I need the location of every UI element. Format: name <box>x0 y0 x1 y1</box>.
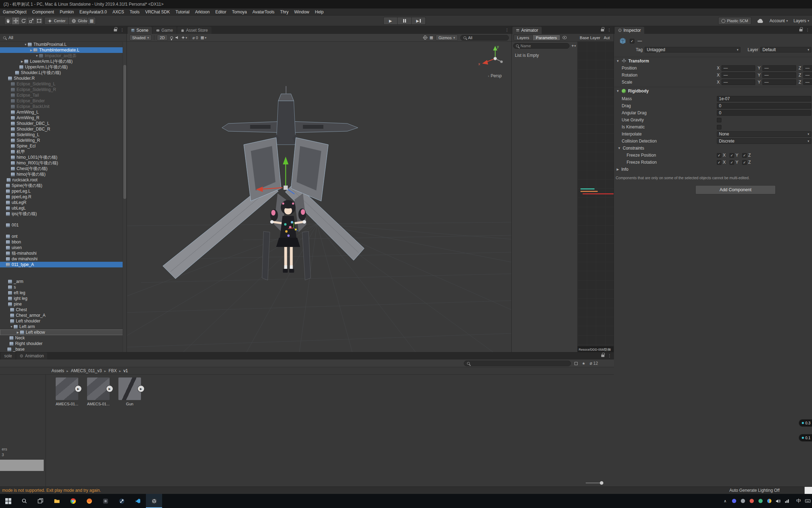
asset-item-amecs-01[interactable]: ▶AMECS-01... <box>54 377 80 406</box>
tag-dropdown[interactable]: Untagged▾ <box>645 47 740 53</box>
tab-asset-store[interactable]: Asset Store <box>177 27 211 34</box>
freeze-z-checkbox[interactable]: ✓ <box>742 153 747 158</box>
hierarchy-item-thumbproximal-l[interactable]: ▼ThumbProximal.L <box>0 42 127 47</box>
lock-icon[interactable] <box>601 355 604 357</box>
breadcrumb-assets[interactable]: Assets <box>51 368 64 373</box>
plastic-scm-button[interactable]: Plastic SCM <box>718 17 751 25</box>
lock-icon[interactable] <box>799 29 802 31</box>
hand-tool-button[interactable] <box>4 17 12 25</box>
hierarchy-item-rucksack-root[interactable]: rucksack.root <box>0 177 127 183</box>
axis-field-y[interactable]: — <box>762 79 796 85</box>
expander-icon[interactable]: ▼ <box>9 325 14 328</box>
hierarchy-item-spine-ecl[interactable]: Spine_Ecl <box>0 143 127 149</box>
property-checkbox[interactable] <box>717 118 721 122</box>
hierarchy-item-thumbintermediate-l[interactable]: ▶ThumbIntermediate.L <box>0 47 127 53</box>
hierarchy-item-left-shoulder[interactable]: Left shoulder <box>0 318 127 324</box>
foldout-open-icon[interactable]: ▼ <box>616 89 620 93</box>
taskbar-start-button[interactable] <box>0 494 16 508</box>
hierarchy-item-minahoshi[interactable]: 猫-minahoshi <box>0 250 127 256</box>
step-button[interactable]: ▶ <box>412 17 426 25</box>
play-button[interactable]: ▶ <box>383 17 398 25</box>
tab-inspector[interactable]: Inspector <box>615 27 644 34</box>
panel-menu-icon[interactable]: ⋮ <box>607 28 611 32</box>
grid-visibility-dropdown[interactable]: ▦▾ <box>201 35 207 40</box>
hierarchy-item-eclipse-tail[interactable]: Eclipse_Tail <box>0 92 127 98</box>
scene-search-input[interactable]: All <box>460 35 509 41</box>
hierarchy-item-ips[interactable]: ips(午後の猫) <box>0 211 127 217</box>
hierarchy-item-sidewing-l[interactable]: SideWing_L <box>0 132 127 138</box>
hierarchy-item-eclipse-binder[interactable]: Eclipse_Binder <box>0 98 127 104</box>
taskbar-steam-button[interactable] <box>113 494 130 508</box>
hierarchy-item-bbon[interactable]: bbon <box>0 239 127 245</box>
touch-keyboard-icon[interactable] <box>803 494 812 508</box>
hierarchy-item-chest[interactable]: Chest(午後の猫) <box>0 166 127 171</box>
hierarchy-item-impactor-ax[interactable]: ▼Impactor_ax扭弄 <box>0 53 127 59</box>
thumbnail-size-slider[interactable] <box>586 483 602 483</box>
account-dropdown[interactable]: Account▾ <box>770 18 788 23</box>
menu-tools[interactable]: Tools <box>127 8 142 16</box>
menu-vrchat-sdk[interactable]: VRChat SDK <box>142 8 173 16</box>
menu-tomoya[interactable]: Tomoya <box>229 8 250 16</box>
layers-dropdown[interactable]: Layers▾ <box>793 18 809 23</box>
tray-chevron-icon[interactable]: ∧ <box>721 494 730 508</box>
hierarchy-item-dw-minahoshi[interactable]: dw minahoshi <box>0 256 127 262</box>
panel-menu-icon[interactable]: ⋮ <box>806 28 810 32</box>
scale-tool-button[interactable] <box>27 17 35 25</box>
search-by-label-icon[interactable]: ★ <box>582 361 585 366</box>
freeze-x-checkbox[interactable]: ✓ <box>717 160 721 165</box>
hierarchy-item-shoulder-dbc-l[interactable]: Shoulder_DBC_L <box>0 121 127 126</box>
hierarchy-item-ublegl[interactable]: ubLegL <box>0 205 127 211</box>
hierarchy-item-eclipse-backunit[interactable]: Eclipse_BackUnit <box>0 104 127 109</box>
hierarchy-item-armwing-r[interactable]: ArmWing_R <box>0 115 127 121</box>
tab-animator[interactable]: Animator <box>512 27 542 34</box>
menu-component[interactable]: Component <box>29 8 57 16</box>
menu-tutorial[interactable]: Tutorial <box>173 8 192 16</box>
tray-dot-green-icon[interactable] <box>756 494 765 508</box>
taskbar-firefox-button[interactable] <box>81 494 97 508</box>
layer-dropdown[interactable]: Default▾ <box>760 47 811 53</box>
tray-dot-gray-icon[interactable] <box>738 494 747 508</box>
tray-dot-color-icon[interactable] <box>765 494 774 508</box>
overlay-pill-1[interactable]: 0.3 <box>799 419 812 427</box>
lock-icon[interactable] <box>114 29 117 31</box>
expander-icon[interactable]: ▼ <box>23 43 28 46</box>
effects-dropdown[interactable]: ▾ <box>182 36 187 40</box>
hierarchy-item-item[interactable]: 机甲 <box>0 149 127 155</box>
property-field[interactable]: 0 <box>717 103 811 109</box>
pivot-toggle-button[interactable]: Center <box>44 17 69 25</box>
menu-avatartools[interactable]: AvatarTools <box>250 8 277 16</box>
property-field[interactable]: 1e-07 <box>717 96 811 102</box>
eye-icon[interactable] <box>562 36 567 39</box>
hierarchy-item-ont[interactable]: ont <box>0 234 127 239</box>
cloud-icon[interactable] <box>757 19 764 23</box>
menu-arktoon[interactable]: Arktoon <box>192 8 213 16</box>
hierarchy-item-armwing-l[interactable]: ArmWing_L <box>0 109 127 115</box>
scrollbar-thumb[interactable] <box>123 65 126 199</box>
add-parameter-button[interactable]: + ▾ <box>571 43 576 48</box>
add-component-button[interactable]: Add Component <box>695 185 776 194</box>
slider-knob[interactable] <box>600 481 603 485</box>
expand-subassets-button[interactable]: ▶ <box>138 386 144 392</box>
hierarchy-item-arm[interactable]: _arm <box>0 279 127 284</box>
rigidbody-component-header[interactable]: ▼ Rigidbody <box>614 87 812 95</box>
hierarchy-item-shoulder-r[interactable]: Shoulder.R <box>0 75 127 81</box>
tray-volume-icon[interactable] <box>774 494 782 508</box>
scene-lighting-toggle-icon[interactable] <box>170 36 173 39</box>
rotate-tool-button[interactable] <box>20 17 27 25</box>
freeze-z-checkbox[interactable]: ✓ <box>742 160 747 165</box>
breadcrumb-fbx[interactable]: FBX <box>109 368 117 373</box>
hierarchy-item-pperleg-l[interactable]: pperLeg.L <box>0 188 127 194</box>
hierarchy-item-pperleg-r[interactable]: pperLeg.R <box>0 194 127 200</box>
axis-field-z[interactable]: — <box>803 79 812 85</box>
axis-field-z[interactable]: — <box>803 72 812 78</box>
taskbar-app-dark-button[interactable] <box>97 494 113 508</box>
axis-field-x[interactable]: — <box>721 65 755 71</box>
property-dropdown[interactable]: Discrete▾ <box>717 138 811 144</box>
camera-projection-label[interactable]: ‹ Persp <box>480 73 510 78</box>
menu-pumkin[interactable]: Pumkin <box>57 8 76 16</box>
auto-generate-lighting-button[interactable]: Auto Generate Lighting Off <box>729 488 780 493</box>
hierarchy-item-himo-r001[interactable]: himo_R001(午後の猫) <box>0 160 127 166</box>
menu-easyavatar3-0[interactable]: EasyAvatar3.0 <box>76 8 110 16</box>
asset-item-gun[interactable]: ▶Gun <box>116 377 143 406</box>
foldout-open-icon[interactable]: ▼ <box>616 59 620 63</box>
